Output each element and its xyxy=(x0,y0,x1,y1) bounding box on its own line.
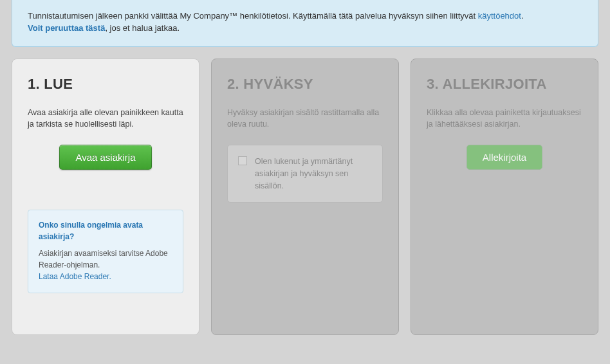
banner-text: Tunnistautumisen jälkeen pankki välittää… xyxy=(28,11,478,21)
help-body: Asiakirjan avaamiseksi tarvitse Adobe Re… xyxy=(39,249,168,269)
steps-row: 1. LUE Avaa asiakirja alle olevan painik… xyxy=(0,59,610,347)
banner-after-cancel: , jos et halua jatkaa. xyxy=(105,23,180,33)
step-1-desc: Avaa asiakirja alle olevan painikkeen ka… xyxy=(28,107,183,131)
step-3-card: 3. ALLEKIRJOITA Klikkaa alla olevaa pain… xyxy=(411,59,598,335)
step-3-desc: Klikkaa alla olevaa painiketta kirjautua… xyxy=(427,107,582,131)
step-1-card: 1. LUE Avaa asiakirja alle olevan painik… xyxy=(12,59,199,335)
accept-checkbox-container: Olen lukenut ja ymmärtänyt asiakirjan ja… xyxy=(227,145,383,203)
step-3-title: 3. ALLEKIRJOITA xyxy=(427,76,582,93)
help-box: Onko sinulla ongelmia avata asiakirja? A… xyxy=(28,210,183,293)
open-document-button[interactable]: Avaa asiakirja xyxy=(59,145,151,170)
cancel-link[interactable]: Voit peruuttaa tästä xyxy=(28,23,105,33)
accept-checkbox-label: Olen lukenut ja ymmärtänyt asiakirjan ja… xyxy=(255,156,372,192)
help-question: Onko sinulla ongelmia avata asiakirja? xyxy=(39,219,172,242)
period: . xyxy=(521,11,524,21)
step-2-desc: Hyväksy asiakirjan sisältö rastittamalla… xyxy=(227,107,383,131)
step-2-title: 2. HYVÄKSY xyxy=(227,76,383,93)
terms-link[interactable]: käyttöehdot xyxy=(478,11,521,21)
info-banner: Tunnistautumisen jälkeen pankki välittää… xyxy=(12,0,598,47)
download-reader-link[interactable]: Lataa Adobe Reader. xyxy=(39,272,111,281)
sign-button[interactable]: Allekirjoita xyxy=(467,145,542,170)
step-1-title: 1. LUE xyxy=(28,76,183,93)
step-2-card: 2. HYVÄKSY Hyväksy asiakirjan sisältö ra… xyxy=(211,59,399,335)
accept-checkbox[interactable] xyxy=(238,156,247,165)
